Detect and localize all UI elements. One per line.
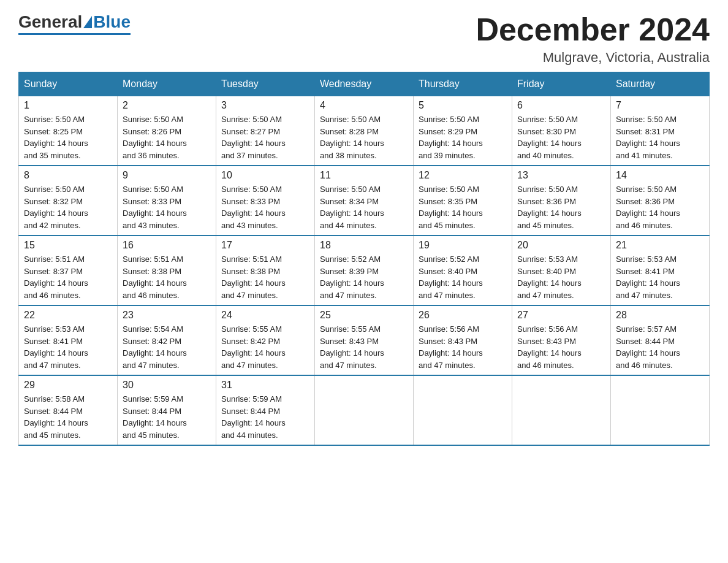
day-number: 27: [517, 310, 605, 321]
calendar-cell: 8Sunrise: 5:50 AMSunset: 8:32 PMDaylight…: [19, 166, 118, 236]
day-info: Sunrise: 5:53 AMSunset: 8:41 PMDaylight:…: [616, 253, 704, 301]
day-info: Sunrise: 5:54 AMSunset: 8:42 PMDaylight:…: [123, 323, 211, 371]
day-info: Sunrise: 5:50 AMSunset: 8:32 PMDaylight:…: [24, 183, 112, 231]
day-number: 19: [419, 240, 507, 251]
col-wednesday: Wednesday: [315, 72, 414, 96]
day-number: 25: [320, 310, 408, 321]
calendar-cell: 9Sunrise: 5:50 AMSunset: 8:33 PMDaylight…: [118, 166, 216, 236]
day-number: 12: [419, 170, 507, 181]
calendar-cell: 27Sunrise: 5:56 AMSunset: 8:43 PMDayligh…: [512, 305, 611, 375]
day-info: Sunrise: 5:50 AMSunset: 8:35 PMDaylight:…: [419, 183, 507, 231]
logo: General Blue: [18, 12, 131, 35]
calendar-cell: 4Sunrise: 5:50 AMSunset: 8:28 PMDaylight…: [315, 96, 414, 166]
day-number: 6: [517, 100, 605, 111]
calendar-week-row: 1Sunrise: 5:50 AMSunset: 8:25 PMDaylight…: [19, 96, 710, 166]
day-info: Sunrise: 5:53 AMSunset: 8:40 PMDaylight:…: [517, 253, 605, 301]
logo-underline: [18, 33, 131, 35]
calendar-cell: 30Sunrise: 5:59 AMSunset: 8:44 PMDayligh…: [118, 375, 216, 445]
day-info: Sunrise: 5:55 AMSunset: 8:42 PMDaylight:…: [221, 323, 309, 371]
logo-triangle-icon: [83, 16, 92, 28]
day-info: Sunrise: 5:50 AMSunset: 8:27 PMDaylight:…: [221, 113, 309, 161]
col-sunday: Sunday: [19, 72, 118, 96]
day-number: 28: [616, 310, 704, 321]
day-info: Sunrise: 5:51 AMSunset: 8:38 PMDaylight:…: [221, 253, 309, 301]
calendar-cell: [611, 375, 710, 445]
calendar-cell: 11Sunrise: 5:50 AMSunset: 8:34 PMDayligh…: [315, 166, 414, 236]
day-info: Sunrise: 5:50 AMSunset: 8:33 PMDaylight:…: [221, 183, 309, 231]
day-info: Sunrise: 5:50 AMSunset: 8:26 PMDaylight:…: [123, 113, 211, 161]
calendar-cell: 7Sunrise: 5:50 AMSunset: 8:31 PMDaylight…: [611, 96, 710, 166]
col-thursday: Thursday: [414, 72, 512, 96]
calendar-cell: 12Sunrise: 5:50 AMSunset: 8:35 PMDayligh…: [414, 166, 512, 236]
day-info: Sunrise: 5:51 AMSunset: 8:38 PMDaylight:…: [123, 253, 211, 301]
calendar-cell: 25Sunrise: 5:55 AMSunset: 8:43 PMDayligh…: [315, 305, 414, 375]
day-number: 16: [123, 240, 211, 251]
day-number: 20: [517, 240, 605, 251]
day-info: Sunrise: 5:56 AMSunset: 8:43 PMDaylight:…: [517, 323, 605, 371]
day-info: Sunrise: 5:50 AMSunset: 8:29 PMDaylight:…: [419, 113, 507, 161]
day-info: Sunrise: 5:56 AMSunset: 8:43 PMDaylight:…: [419, 323, 507, 371]
calendar-week-row: 15Sunrise: 5:51 AMSunset: 8:37 PMDayligh…: [19, 236, 710, 305]
day-info: Sunrise: 5:50 AMSunset: 8:31 PMDaylight:…: [616, 113, 704, 161]
calendar-cell: 1Sunrise: 5:50 AMSunset: 8:25 PMDaylight…: [19, 96, 118, 166]
day-number: 26: [419, 310, 507, 321]
day-number: 9: [123, 170, 211, 181]
calendar-cell: 15Sunrise: 5:51 AMSunset: 8:37 PMDayligh…: [19, 236, 118, 305]
day-number: 10: [221, 170, 309, 181]
calendar-cell: 14Sunrise: 5:50 AMSunset: 8:36 PMDayligh…: [611, 166, 710, 236]
calendar-cell: 21Sunrise: 5:53 AMSunset: 8:41 PMDayligh…: [611, 236, 710, 305]
calendar-table: Sunday Monday Tuesday Wednesday Thursday…: [18, 72, 710, 446]
day-number: 30: [123, 380, 211, 391]
day-number: 29: [24, 380, 112, 391]
calendar-week-row: 22Sunrise: 5:53 AMSunset: 8:41 PMDayligh…: [19, 305, 710, 375]
day-number: 4: [320, 100, 408, 111]
calendar-cell: 22Sunrise: 5:53 AMSunset: 8:41 PMDayligh…: [19, 305, 118, 375]
day-number: 23: [123, 310, 211, 321]
day-info: Sunrise: 5:50 AMSunset: 8:33 PMDaylight:…: [123, 183, 211, 231]
day-number: 1: [24, 100, 112, 111]
calendar-cell: [512, 375, 611, 445]
day-info: Sunrise: 5:52 AMSunset: 8:40 PMDaylight:…: [419, 253, 507, 301]
logo-general-text: General: [18, 12, 82, 32]
day-info: Sunrise: 5:52 AMSunset: 8:39 PMDaylight:…: [320, 253, 408, 301]
calendar-cell: 10Sunrise: 5:50 AMSunset: 8:33 PMDayligh…: [216, 166, 315, 236]
calendar-cell: 31Sunrise: 5:59 AMSunset: 8:44 PMDayligh…: [216, 375, 315, 445]
calendar-cell: [315, 375, 414, 445]
calendar-cell: 5Sunrise: 5:50 AMSunset: 8:29 PMDaylight…: [414, 96, 512, 166]
day-number: 3: [221, 100, 309, 111]
day-info: Sunrise: 5:50 AMSunset: 8:30 PMDaylight:…: [517, 113, 605, 161]
calendar-cell: 23Sunrise: 5:54 AMSunset: 8:42 PMDayligh…: [118, 305, 216, 375]
day-info: Sunrise: 5:50 AMSunset: 8:34 PMDaylight:…: [320, 183, 408, 231]
day-number: 13: [517, 170, 605, 181]
day-number: 31: [221, 380, 309, 391]
calendar-cell: [414, 375, 512, 445]
col-monday: Monday: [118, 72, 216, 96]
calendar-week-row: 8Sunrise: 5:50 AMSunset: 8:32 PMDaylight…: [19, 166, 710, 236]
calendar-cell: 17Sunrise: 5:51 AMSunset: 8:38 PMDayligh…: [216, 236, 315, 305]
day-number: 14: [616, 170, 704, 181]
calendar-week-row: 29Sunrise: 5:58 AMSunset: 8:44 PMDayligh…: [19, 375, 710, 445]
day-info: Sunrise: 5:50 AMSunset: 8:28 PMDaylight:…: [320, 113, 408, 161]
day-info: Sunrise: 5:50 AMSunset: 8:36 PMDaylight:…: [517, 183, 605, 231]
day-number: 7: [616, 100, 704, 111]
month-title: December 2024: [476, 12, 710, 47]
day-info: Sunrise: 5:51 AMSunset: 8:37 PMDaylight:…: [24, 253, 112, 301]
day-number: 15: [24, 240, 112, 251]
day-number: 11: [320, 170, 408, 181]
day-info: Sunrise: 5:59 AMSunset: 8:44 PMDaylight:…: [221, 393, 309, 441]
day-number: 17: [221, 240, 309, 251]
day-info: Sunrise: 5:53 AMSunset: 8:41 PMDaylight:…: [24, 323, 112, 371]
day-info: Sunrise: 5:59 AMSunset: 8:44 PMDaylight:…: [123, 393, 211, 441]
calendar-cell: 20Sunrise: 5:53 AMSunset: 8:40 PMDayligh…: [512, 236, 611, 305]
day-number: 21: [616, 240, 704, 251]
day-number: 24: [221, 310, 309, 321]
calendar-cell: 13Sunrise: 5:50 AMSunset: 8:36 PMDayligh…: [512, 166, 611, 236]
page-header: General Blue December 2024 Mulgrave, Vic…: [18, 12, 710, 66]
day-info: Sunrise: 5:57 AMSunset: 8:44 PMDaylight:…: [616, 323, 704, 371]
calendar-cell: 3Sunrise: 5:50 AMSunset: 8:27 PMDaylight…: [216, 96, 315, 166]
col-friday: Friday: [512, 72, 611, 96]
day-info: Sunrise: 5:58 AMSunset: 8:44 PMDaylight:…: [24, 393, 112, 441]
calendar-cell: 26Sunrise: 5:56 AMSunset: 8:43 PMDayligh…: [414, 305, 512, 375]
day-info: Sunrise: 5:50 AMSunset: 8:25 PMDaylight:…: [24, 113, 112, 161]
day-info: Sunrise: 5:55 AMSunset: 8:43 PMDaylight:…: [320, 323, 408, 371]
